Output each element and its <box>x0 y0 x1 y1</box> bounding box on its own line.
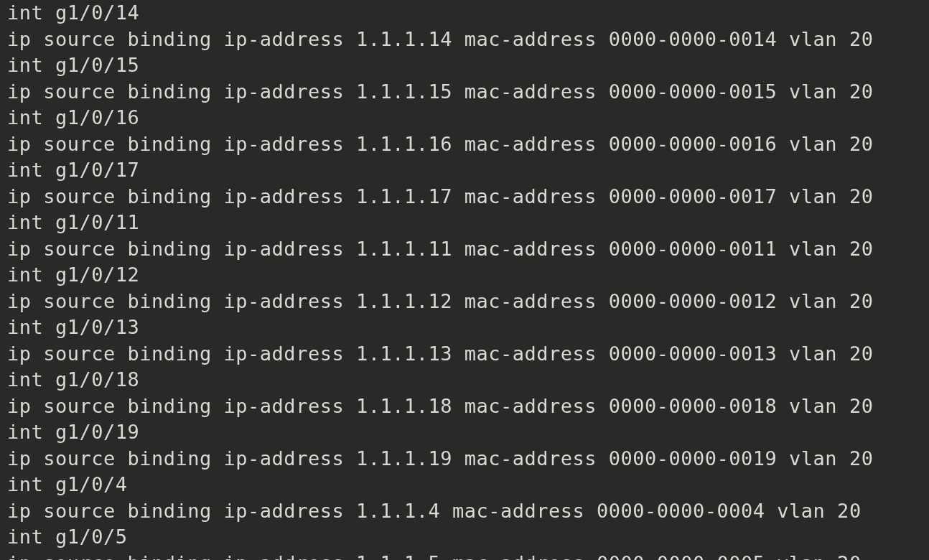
terminal-output[interactable]: int g1/0/14 ip source binding ip-address… <box>0 0 929 560</box>
